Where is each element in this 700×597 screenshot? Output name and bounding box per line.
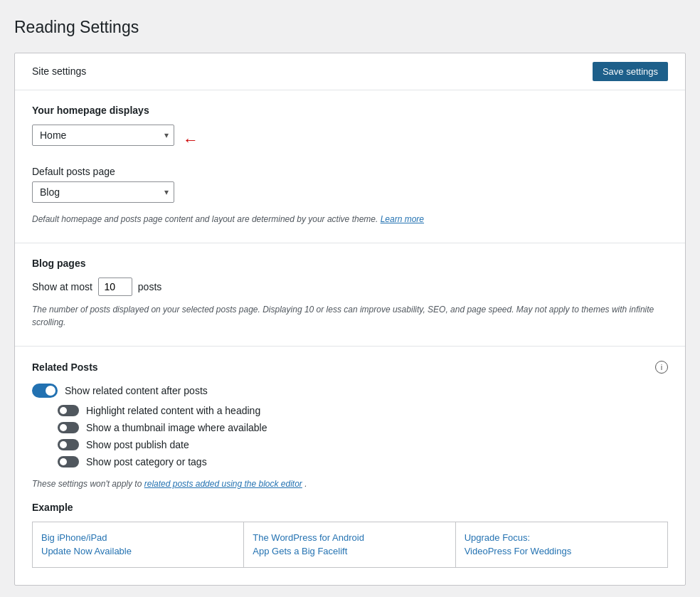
homepage-select[interactable]: Home Blog About Contact [32, 125, 174, 146]
example-link-1-line2[interactable]: Update Now Available [41, 544, 235, 559]
posts-count-input[interactable] [98, 278, 132, 296]
publish-date-toggle[interactable] [58, 439, 79, 450]
highlight-heading-label: Highlight related content with a heading [86, 405, 260, 416]
show-related-toggle[interactable] [32, 384, 58, 398]
save-settings-button[interactable]: Save settings [593, 62, 668, 81]
category-tags-toggle-row: Show post category or tags [58, 456, 668, 467]
highlight-heading-toggle[interactable] [58, 405, 79, 416]
example-cell-1: Big iPhone/iPad Update Now Available [33, 522, 244, 567]
related-posts-section: Related Posts i Show related content aft… [15, 347, 685, 585]
blog-pages-title: Blog pages [32, 258, 668, 269]
publish-date-label: Show post publish date [86, 439, 189, 450]
show-at-most-suffix: posts [138, 281, 161, 292]
thumbnail-toggle[interactable] [58, 422, 79, 433]
related-posts-header: Related Posts i [32, 361, 668, 374]
site-settings-label: Site settings [32, 65, 86, 77]
related-posts-title: Related Posts [32, 361, 98, 373]
learn-more-link[interactable]: Learn more [381, 214, 424, 224]
example-title: Example [32, 502, 668, 513]
homepage-select-wrapper: Home Blog About Contact ▾ [32, 125, 174, 146]
example-cell-3: Upgrade Focus: VideoPress For Weddings [456, 522, 667, 567]
example-link-1-line1[interactable]: Big iPhone/iPad [41, 531, 235, 545]
default-posts-label: Default posts page [32, 166, 668, 177]
show-at-most-prefix: Show at most [32, 281, 92, 292]
example-link-2-line2[interactable]: App Gets a Big Facelift [253, 544, 446, 559]
red-arrow-indicator-icon: ← [183, 132, 198, 148]
default-posts-select-wrapper: Blog Home About News ▾ [32, 181, 174, 203]
settings-card: Site settings Save settings Your homepag… [14, 53, 686, 586]
default-posts-select[interactable]: Blog Home About News [32, 181, 174, 203]
thumbnail-toggle-row: Show a thumbnail image where available [58, 422, 668, 433]
thumbnail-label: Show a thumbnail image where available [86, 422, 267, 433]
blog-pages-section: Blog pages Show at most posts The number… [15, 243, 685, 347]
homepage-dropdown-row: Home Blog About Contact ▾ ← [32, 125, 668, 156]
highlight-heading-toggle-row: Highlight related content with a heading [58, 405, 668, 416]
example-link-3-line1[interactable]: Upgrade Focus: [465, 531, 659, 545]
homepage-description: Default homepage and posts page content … [32, 213, 668, 226]
category-tags-label: Show post category or tags [86, 456, 207, 467]
homepage-section-title: Your homepage displays [32, 105, 668, 116]
example-link-3-line2[interactable]: VideoPress For Weddings [465, 544, 659, 559]
example-cell-2: The WordPress for Android App Gets a Big… [244, 522, 455, 567]
info-icon[interactable]: i [655, 361, 668, 374]
homepage-section: Your homepage displays Home Blog About C… [15, 90, 685, 243]
show-related-toggle-row: Show related content after posts [32, 384, 668, 398]
publish-date-toggle-row: Show post publish date [58, 439, 668, 450]
related-posts-footnote: These settings won't apply to related po… [32, 477, 668, 490]
card-header: Site settings Save settings [15, 53, 685, 90]
block-editor-link[interactable]: related posts added using the block edit… [144, 479, 302, 489]
category-tags-toggle[interactable] [58, 456, 79, 467]
blog-pages-description: The number of posts displayed on your se… [32, 303, 668, 329]
example-grid: Big iPhone/iPad Update Now Available The… [32, 522, 668, 568]
show-at-most-row: Show at most posts [32, 278, 668, 296]
page-title: Reading Settings [14, 17, 686, 38]
example-link-2-line1[interactable]: The WordPress for Android [253, 531, 446, 545]
show-related-label: Show related content after posts [65, 385, 208, 396]
